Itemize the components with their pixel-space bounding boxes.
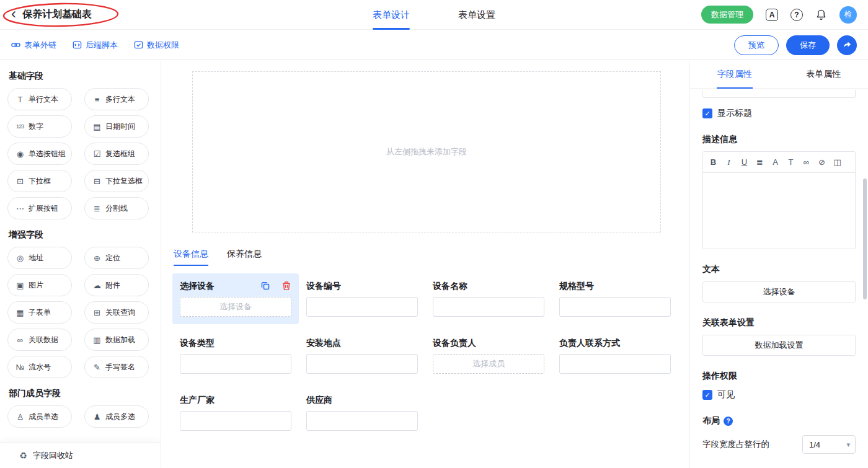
sidebar-field-member-single[interactable]: ♙成员单选 xyxy=(7,405,72,428)
underline-icon[interactable]: U xyxy=(737,157,752,167)
canvas-field-manufacturer[interactable]: 生产厂家 xyxy=(172,387,299,438)
canvas-field-device-code[interactable]: 设备编号 xyxy=(299,273,425,324)
backend-script-link[interactable]: 后端脚本 xyxy=(73,40,118,51)
language-icon[interactable]: A xyxy=(766,9,778,21)
sidebar-field-multi-line-text[interactable]: ≡多行文本 xyxy=(84,88,149,110)
form-external-link[interactable]: 表单外链 xyxy=(11,40,56,51)
field-input[interactable] xyxy=(306,411,418,431)
page-title: 保养计划基础表 xyxy=(22,8,92,21)
copy-icon[interactable] xyxy=(259,280,272,292)
tab-form-settings[interactable]: 表单设置 xyxy=(458,0,495,30)
unlink-icon[interactable]: ⊘ xyxy=(814,157,830,167)
drag-dropzone[interactable]: 从左侧拖拽来添加字段 xyxy=(192,71,661,232)
sidebar-field-data-load[interactable]: ▥数据加载 xyxy=(84,329,149,351)
back-icon[interactable]: ‹ xyxy=(11,6,16,21)
tab-field-properties[interactable]: 字段属性 xyxy=(690,61,779,88)
description-editor-body[interactable] xyxy=(703,173,855,249)
canvas-field-spec-model[interactable]: 规格型号 xyxy=(552,273,678,324)
sidebar-field-image[interactable]: ▣图片 xyxy=(7,274,72,296)
field-input[interactable] xyxy=(559,297,671,317)
help-icon[interactable]: ? xyxy=(790,9,803,21)
avatar[interactable]: 检 xyxy=(839,6,857,24)
field-recycle-bin[interactable]: ♻ 字段回收站 xyxy=(0,442,161,468)
sidebar-field-single-line-text[interactable]: T单行文本 xyxy=(7,88,72,110)
toolbar-actions: 预览 保存 xyxy=(734,35,857,55)
sidebar-field-radio-group[interactable]: ◉单选按钮组 xyxy=(7,143,72,165)
extend-button-icon: ⋯ xyxy=(16,205,25,213)
panel-scrollbar[interactable] xyxy=(863,179,867,299)
tab-form-properties[interactable]: 表单属性 xyxy=(779,61,868,88)
canvas-field-supplier[interactable]: 供应商 xyxy=(299,387,425,438)
layout-help-icon[interactable]: ? xyxy=(724,417,733,426)
sidebar-field-divider[interactable]: ≣分割线 xyxy=(84,197,149,219)
data-permission-link[interactable]: 数据权限 xyxy=(134,40,179,51)
sidebar-field-extend-button[interactable]: ⋯扩展按钮 xyxy=(7,197,72,219)
canvas-field-owner-contact[interactable]: 负责人联系方式 xyxy=(552,330,678,381)
sidebar-field-number[interactable]: 123数字 xyxy=(7,115,72,138)
sidebar-field-datetime[interactable]: ▤日期时间 xyxy=(84,115,149,138)
align-icon[interactable]: ≣ xyxy=(752,157,768,167)
sidebar-field-linked-data[interactable]: ∞关联数据 xyxy=(7,329,72,351)
field-input[interactable] xyxy=(306,354,418,374)
sidebar-field-attachment[interactable]: ☁附件 xyxy=(84,274,149,296)
properties-panel: 字段属性 表单属性 ✓ 显示标题 描述信息 B I U ≣ A T ∞ ⊘ ◫ … xyxy=(689,61,868,468)
canvas-field-device-type[interactable]: 设备类型 xyxy=(172,330,299,381)
notification-bell-icon[interactable] xyxy=(815,9,827,20)
share-button[interactable] xyxy=(837,35,857,55)
preview-button[interactable]: 预览 xyxy=(734,35,779,55)
italic-icon[interactable]: I xyxy=(721,157,737,167)
save-button[interactable]: 保存 xyxy=(786,35,830,55)
field-width-label: 字段宽度占整行的 xyxy=(702,439,769,450)
field-label: 负责人联系方式 xyxy=(559,337,671,349)
link-icon[interactable]: ∞ xyxy=(799,157,814,167)
sidebar-field-linked-query[interactable]: ⊞关联查询 xyxy=(84,301,149,324)
serial-number-icon: № xyxy=(16,363,25,371)
field-input[interactable] xyxy=(180,354,291,374)
sidebar-field-checkbox-group[interactable]: ☑复选框组 xyxy=(84,143,149,165)
canvas-field-install-location[interactable]: 安装地点 xyxy=(299,330,425,381)
field-label: 设备名称 xyxy=(433,280,544,292)
linked-query-icon: ⊞ xyxy=(92,309,102,317)
sidebar-field-multi-select[interactable]: ⊟下拉复选框 xyxy=(84,170,149,192)
field-input[interactable] xyxy=(306,297,418,317)
data-load-settings-button[interactable]: 数据加载设置 xyxy=(702,335,856,356)
image-icon[interactable]: ◫ xyxy=(830,157,845,167)
sidebar-field-address[interactable]: ◎地址 xyxy=(7,247,72,269)
datetime-icon: ▤ xyxy=(92,123,102,131)
canvas-field-device-owner[interactable]: 设备负责人 选择成员 xyxy=(425,330,552,381)
canvas-field-device-name[interactable]: 设备名称 xyxy=(425,273,552,324)
sidebar-field-member-multi[interactable]: ♟成员多选 xyxy=(84,405,149,428)
sidebar-field-select[interactable]: ⊡下拉框 xyxy=(7,170,72,192)
data-manage-button[interactable]: 数据管理 xyxy=(701,6,753,24)
app-header: ‹ 保养计划基础表 表单设计 表单设置 数据管理 A ? 检 xyxy=(0,0,868,30)
enhanced-fields-grid: ◎地址 ⊕定位 ▣图片 ☁附件 ▦子表单 ⊞关联查询 ∞关联数据 ▥数据加载 №… xyxy=(0,247,161,378)
device-picker[interactable]: 选择设备 xyxy=(180,297,291,317)
sidebar-field-serial-number[interactable]: №流水号 xyxy=(7,356,72,378)
sidebar-field-location[interactable]: ⊕定位 xyxy=(84,247,149,269)
bold-icon[interactable]: B xyxy=(706,157,721,167)
show-title-checkbox[interactable]: ✓ xyxy=(702,108,712,118)
field-input[interactable] xyxy=(180,411,291,431)
field-width-select[interactable]: 1/4 ▾ xyxy=(802,435,856,454)
tab-form-design[interactable]: 表单设计 xyxy=(373,0,410,30)
field-label: 安装地点 xyxy=(306,337,418,349)
text-value-box[interactable]: 选择设备 xyxy=(702,281,856,302)
select-icon: ⊡ xyxy=(16,177,25,185)
show-title-label: 显示标题 xyxy=(717,108,752,119)
member-picker[interactable]: 选择成员 xyxy=(433,354,544,374)
truncated-input[interactable] xyxy=(702,90,856,98)
tab-maintenance-info[interactable]: 保养信息 xyxy=(227,249,262,266)
divider-icon: ≣ xyxy=(92,205,102,213)
tab-device-info[interactable]: 设备信息 xyxy=(174,249,208,266)
field-input[interactable] xyxy=(559,354,671,374)
canvas-field-select-device[interactable]: 选择设备 选择设备 xyxy=(172,273,299,324)
sidebar-field-subform[interactable]: ▦子表单 xyxy=(7,301,72,324)
sidebar-field-signature[interactable]: ✎手写签名 xyxy=(84,356,149,378)
fontsize-icon[interactable]: T xyxy=(783,157,799,167)
layout-label: 布局 xyxy=(702,415,720,426)
field-input[interactable] xyxy=(433,297,544,317)
color-icon[interactable]: A xyxy=(768,157,783,167)
field-library-sidebar: 基础字段 T单行文本 ≡多行文本 123数字 ▤日期时间 ◉单选按钮组 ☑复选框… xyxy=(0,61,161,468)
delete-icon[interactable] xyxy=(280,280,293,292)
visible-checkbox[interactable]: ✓ xyxy=(702,390,712,400)
